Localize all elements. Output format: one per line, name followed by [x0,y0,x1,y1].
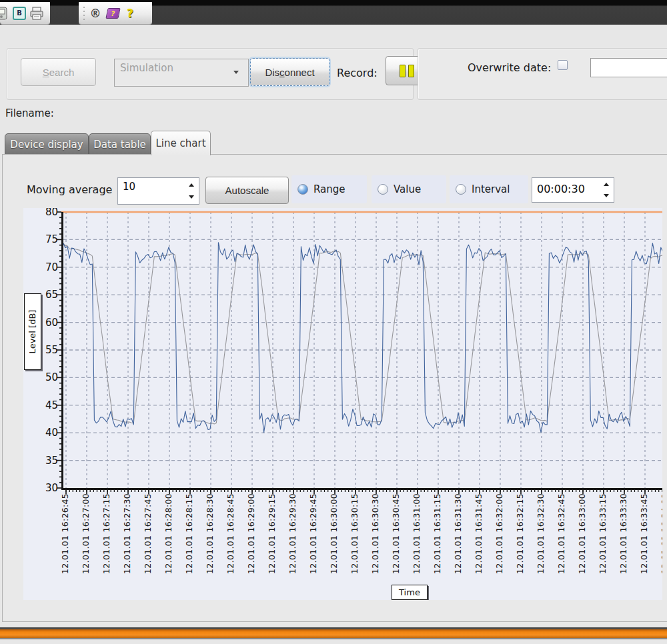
x-tick-label: 12.01.01 16:30:00 [329,493,339,574]
filename-label: Filename: [5,107,54,119]
x-tick-label: 12.01.01 16:31:00 [412,493,422,574]
connection-panel: Search Simulation Disconnect Record: [7,48,414,100]
x-tick-label: 12.01.01 16:34:00 [660,493,662,574]
x-tick-label: 12.01.01 16:33:30 [619,493,628,574]
y-tick-label: 50 [23,371,58,384]
chart-plot-area [23,208,662,600]
x-tick-label: 12.01.01 16:28:45 [226,493,235,574]
x-tick-label: 12.01.01 16:27:45 [143,493,153,574]
y-tick-label: 75 [23,233,58,246]
record-label: Record: [337,67,378,79]
print-icon[interactable] [29,6,44,21]
module-icon[interactable]: B [12,6,27,21]
overwrite-date-label: Overwrite date: [468,61,551,74]
pause-icon [400,65,414,77]
manual-icon[interactable]: ? [105,6,120,21]
y-axis-title: Level [dB] [24,293,41,370]
radio-interval[interactable]: Interval [450,175,528,203]
toolbar-drag-handle[interactable] [81,7,87,20]
device-icon[interactable] [0,6,9,21]
interval-time-input[interactable] [536,182,597,196]
radio-value[interactable]: Value [372,175,446,203]
chevron-down-icon [233,71,239,74]
tab-line-chart[interactable]: Line chart [151,131,211,155]
line-chart: Level [dB] Time 807570656055504540353012… [23,208,662,600]
radio-selected-icon [297,184,308,195]
y-tick-label: 30 [23,481,58,495]
autoscale-button[interactable]: Autoscale [205,177,289,204]
x-axis-title: Time [392,585,428,600]
device-combobox[interactable]: Simulation [114,59,249,87]
registered-icon[interactable]: ® [88,6,103,21]
x-tick-label: 12.01.01 16:32:15 [516,493,525,574]
x-tick-label: 12.01.01 16:28:15 [185,493,194,574]
y-tick-label: 70 [23,261,58,274]
moving-average-input[interactable] [121,180,177,193]
tab-device-display[interactable]: Device display [5,133,89,155]
x-tick-label: 12.01.01 16:33:45 [640,493,649,574]
x-tick-label: 12.01.01 16:33:15 [598,493,608,574]
interval-time-spinner[interactable] [532,177,614,203]
x-tick-label: 12.01.01 16:32:30 [536,493,546,574]
application-window: B ® ? ? Search Simulation Disconnect [0,0,667,644]
radio-unselected-icon [456,184,466,195]
y-tick-label: 65 [23,288,58,301]
radio-range[interactable]: Range [291,175,367,203]
y-tick-label: 55 [23,343,58,357]
x-tick-label: 12.01.01 16:31:45 [474,493,484,574]
y-tick-label: 45 [23,399,58,412]
moving-average-spinner[interactable] [117,177,199,205]
spin-up-icon[interactable] [604,183,609,186]
x-tick-label: 12.01.01 16:29:15 [267,493,277,574]
toolbar-device: B [0,2,50,25]
x-tick-label: 12.01.01 16:27:15 [102,493,111,574]
x-tick-label: 12.01.01 16:32:00 [495,493,504,574]
spin-down-icon[interactable] [604,194,609,197]
spin-down-icon[interactable] [189,195,194,199]
x-tick-label: 12.01.01 16:30:30 [371,493,380,574]
x-tick-label: 12.01.01 16:31:15 [433,493,442,574]
window-top-band: B ® ? ? [0,0,667,25]
x-tick-label: 12.01.01 16:30:15 [350,493,360,574]
x-tick-label: 12.01.01 16:32:45 [557,493,566,574]
moving-average-label: Moving average [27,183,112,196]
x-tick-label: 12.01.01 16:29:30 [288,493,297,574]
x-tick-label: 12.01.01 16:28:00 [164,493,173,574]
overwrite-date-panel: Overwrite date: [418,48,667,100]
x-tick-label: 12.01.01 16:29:45 [309,493,318,574]
overwrite-date-field[interactable] [590,58,667,77]
x-tick-label: 12.01.01 16:27:00 [81,493,91,574]
tab-data-table[interactable]: Data table [89,133,151,155]
x-tick-label: 12.01.01 16:28:30 [205,493,215,574]
y-tick-label: 40 [23,426,58,439]
x-tick-label: 12.01.01 16:29:00 [247,493,256,574]
help-icon[interactable]: ? [123,6,137,21]
y-tick-label: 60 [23,316,58,329]
search-button[interactable]: Search [21,58,96,86]
y-tick-label: 35 [23,454,58,467]
disconnect-button[interactable]: Disconnect [250,58,329,86]
radio-unselected-icon [378,184,388,195]
x-tick-label: 12.01.01 16:31:30 [454,493,463,574]
device-combobox-value: Simulation [120,62,173,74]
x-tick-label: 12.01.01 16:33:00 [578,493,587,574]
spin-up-icon[interactable] [189,183,194,187]
x-tick-label: 12.01.01 16:27:30 [123,493,132,574]
footer-orange-stripe [0,629,667,638]
y-tick-label: 80 [23,208,58,219]
overwrite-date-checkbox[interactable] [558,60,568,70]
x-tick-label: 12.01.01 16:30:45 [392,493,401,574]
footer-divider-lower [0,638,667,639]
toolbar-help: ® ? ? [79,2,152,25]
x-tick-label: 12.01.01 16:26:45 [61,493,70,574]
module-icon-glyph: B [13,7,26,20]
